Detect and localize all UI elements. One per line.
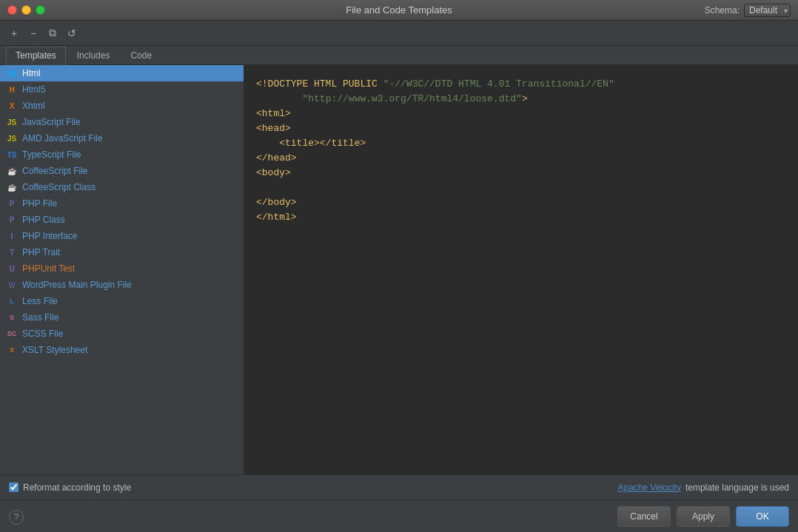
maximize-button[interactable] (36, 5, 45, 15)
html5-icon: H (6, 84, 18, 95)
list-item[interactable]: P PHP File (0, 195, 244, 212)
code-line-8 (256, 181, 786, 195)
sidebar: 🌐 Html H Html5 X Xhtml JS JavaScript Fil… (0, 65, 244, 474)
tab-code[interactable]: Code (121, 47, 161, 64)
help-icon[interactable]: ? (9, 510, 24, 525)
xhtml-icon: X (6, 100, 18, 112)
list-item[interactable]: I PHP Interface (0, 228, 244, 244)
window-controls[interactable] (7, 5, 45, 15)
item-label-php-file: PHP File (22, 198, 57, 209)
tab-templates[interactable]: Templates (6, 47, 66, 65)
list-item[interactable]: SC SCSS File (0, 326, 244, 342)
php-class-icon: P (6, 214, 18, 226)
window-title: File and Code Templates (346, 4, 452, 16)
schema-dropdown[interactable]: Default (744, 4, 791, 17)
code-editor[interactable]: <!DOCTYPE HTML PUBLIC "-//W3C//DTD HTML … (244, 65, 798, 474)
list-item[interactable]: JS JavaScript File (0, 114, 244, 130)
item-label-coffee: CoffeeScript File (22, 166, 87, 176)
code-line-4: <head> (256, 121, 786, 136)
cancel-button[interactable]: Cancel (617, 506, 671, 527)
scss-icon: SC (6, 328, 18, 340)
code-line-6: </head> (256, 151, 786, 166)
main-content: 🌐 Html H Html5 X Xhtml JS JavaScript Fil… (0, 65, 798, 474)
list-item[interactable]: 🌐 Html (0, 65, 244, 81)
item-label-html: Html (22, 68, 41, 78)
ok-button[interactable]: OK (736, 506, 789, 527)
list-item[interactable]: X Xhtml (0, 98, 244, 114)
remove-button[interactable]: − (25, 25, 41, 41)
footer-checkbox-area: Reformat according to style (9, 482, 618, 493)
velocity-link[interactable]: Apache Velocity (618, 482, 681, 493)
coffee-class-icon: ☕ (6, 181, 18, 193)
less-icon: L (6, 295, 18, 307)
item-label-less: Less File (22, 296, 58, 306)
item-label-xhtml: Xhtml (22, 101, 45, 111)
copy-button[interactable]: ⧉ (44, 25, 61, 41)
ts-icon: TS (6, 149, 18, 161)
remove-icon: − (30, 27, 36, 39)
reformat-label: Reformat according to style (23, 482, 131, 493)
add-icon: + (11, 27, 17, 39)
reset-button[interactable]: ↺ (64, 25, 80, 41)
title-bar: File and Code Templates Schema: Default (0, 0, 798, 21)
code-line-1: <!DOCTYPE HTML PUBLIC "-//W3C//DTD HTML … (256, 77, 786, 92)
phpunit-icon: U (6, 263, 18, 275)
item-label-php-class: PHP Class (22, 215, 65, 225)
add-button[interactable]: + (6, 25, 22, 41)
item-label-coffee-class: CoffeeScript Class (22, 182, 95, 192)
code-line-3: <html> (256, 107, 786, 121)
toolbar: + − ⧉ ↺ (0, 21, 798, 46)
js-icon: JS (6, 116, 18, 128)
list-item[interactable]: JS AMD JavaScript File (0, 130, 244, 147)
php-file-icon: P (6, 198, 18, 209)
item-label-sass: Sass File (22, 312, 58, 323)
close-button[interactable] (7, 5, 17, 15)
list-item[interactable]: S Sass File (0, 309, 244, 326)
tabs-bar: Templates Includes Code (0, 46, 798, 65)
item-label-scss: SCSS File (22, 329, 63, 339)
item-label-amd-js: AMD JavaScript File (22, 133, 103, 144)
list-item[interactable]: ☕ CoffeeScript Class (0, 179, 244, 195)
php-trait-icon: T (6, 246, 18, 258)
list-item[interactable]: W WordPress Main Plugin File (0, 277, 244, 293)
amd-js-icon: JS (6, 132, 18, 144)
coffee-icon: ☕ (6, 165, 18, 177)
list-item[interactable]: TS TypeScript File (0, 147, 244, 163)
xslt-icon: X (6, 344, 18, 356)
list-item[interactable]: X XSLT Stylesheet (0, 342, 244, 358)
list-item[interactable]: H Html5 (0, 81, 244, 98)
list-item[interactable]: ☕ CoffeeScript File (0, 163, 244, 179)
sass-icon: S (6, 312, 18, 323)
buttons-bar: ? Cancel Apply OK (0, 499, 798, 532)
item-label-html5: Html5 (22, 84, 45, 95)
minimize-button[interactable] (21, 5, 31, 15)
item-label-phpunit: PHPUnit Test (22, 263, 75, 274)
list-item[interactable]: T PHP Trait (0, 244, 244, 260)
php-interface-icon: I (6, 230, 18, 242)
list-item[interactable]: U PHPUnit Test (0, 260, 244, 277)
template-language-suffix: template language is used (685, 482, 789, 493)
code-line-5: <title></title> (256, 136, 786, 151)
list-item[interactable]: L Less File (0, 293, 244, 309)
code-line-7: <body> (256, 166, 786, 181)
item-label-php-trait: PHP Trait (22, 247, 60, 257)
schema-select-wrapper[interactable]: Default (744, 4, 791, 17)
schema-label: Schema: (705, 5, 740, 16)
footer-right: Apache Velocity template language is use… (618, 482, 790, 493)
tab-includes[interactable]: Includes (67, 47, 120, 64)
code-line-2: "http://www.w3.org/TR/html4/loose.dtd"> (256, 92, 786, 107)
item-label-ts: TypeScript File (22, 149, 81, 160)
item-label-wordpress: WordPress Main Plugin File (22, 280, 132, 290)
item-label-php-interface: PHP Interface (22, 231, 77, 241)
list-item[interactable]: P PHP Class (0, 212, 244, 228)
footer: Reformat according to style Apache Veloc… (0, 474, 798, 499)
schema-area: Schema: Default (705, 4, 791, 17)
copy-icon: ⧉ (49, 27, 56, 39)
reset-icon: ↺ (67, 27, 76, 39)
html-icon: 🌐 (6, 67, 18, 79)
reformat-checkbox[interactable] (9, 482, 19, 492)
item-label-xslt: XSLT Stylesheet (22, 345, 87, 355)
apply-button[interactable]: Apply (677, 506, 730, 527)
wordpress-icon: W (6, 279, 18, 291)
item-label-js: JavaScript File (22, 117, 81, 127)
